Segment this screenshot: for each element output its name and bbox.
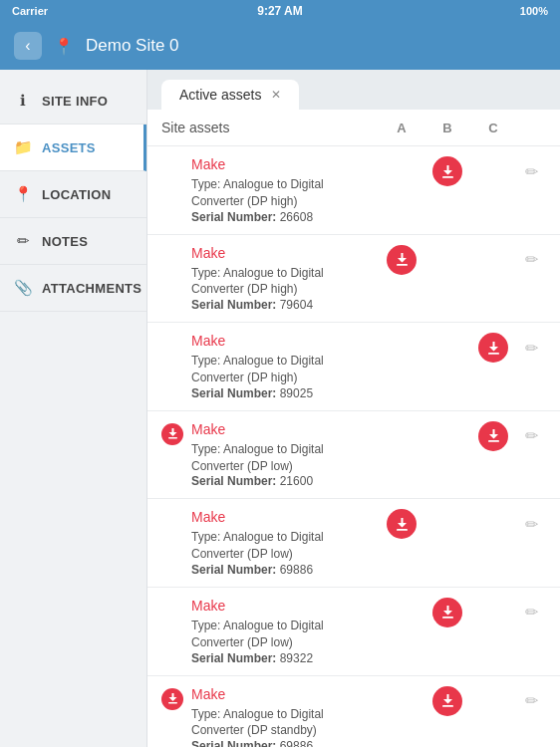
asset-row-left-7 xyxy=(161,686,187,710)
status-bar: Carrier 9:27 AM 100% xyxy=(0,0,560,22)
asset-edit-btn-2[interactable]: ✏ xyxy=(516,250,546,269)
location-icon: 📍 xyxy=(14,185,32,203)
asset-col-b-6 xyxy=(424,598,470,627)
svg-rect-0 xyxy=(442,176,453,178)
sidebar-item-label-site-info: SITE INFO xyxy=(42,94,108,109)
svg-rect-2 xyxy=(488,353,499,355)
asset-make-1[interactable]: Make xyxy=(191,156,379,172)
asset-info-6: MakeType: Analogue to Digital Converter … xyxy=(187,598,379,665)
asset-make-4[interactable]: Make xyxy=(191,421,379,437)
asset-row-left-5 xyxy=(161,509,187,511)
asset-inline-download-icon-4[interactable] xyxy=(161,423,183,445)
asset-row: MakeType: Analogue to Digital Converter … xyxy=(147,411,560,500)
tab-label: Active assets xyxy=(179,87,261,103)
sidebar-item-location[interactable]: 📍LOCATION xyxy=(0,171,146,218)
col-download-btn-b-6[interactable] xyxy=(432,598,462,627)
sidebar-item-label-location: LOCATION xyxy=(42,187,111,202)
svg-rect-3 xyxy=(168,437,177,439)
sidebar-item-notes[interactable]: ✏NOTES xyxy=(0,218,146,265)
asset-info-3: MakeType: Analogue to Digital Converter … xyxy=(187,333,379,400)
col-download-btn-c-4[interactable] xyxy=(478,421,508,451)
asset-info-2: MakeType: Analogue to Digital Converter … xyxy=(187,245,379,313)
asset-edit-btn-6[interactable]: ✏ xyxy=(516,603,546,622)
asset-edit-btn-3[interactable]: ✏ xyxy=(516,339,546,358)
asset-col-b-1 xyxy=(424,156,470,186)
asset-info-1: MakeType: Analogue to Digital Converter … xyxy=(187,156,379,224)
asset-row-left-1 xyxy=(161,156,187,158)
tab-bar: Active assets ✕ xyxy=(147,70,560,110)
col-download-btn-a-5[interactable] xyxy=(387,509,417,539)
asset-make-2[interactable]: Make xyxy=(191,245,379,261)
asset-cols-5: ✏ xyxy=(379,509,546,539)
asset-cols-1: ✏ xyxy=(379,156,546,186)
asset-info-4: MakeType: Analogue to Digital Converter … xyxy=(187,421,379,489)
col-download-btn-b-7[interactable] xyxy=(432,686,462,716)
asset-cols-2: ✏ xyxy=(379,245,546,275)
table-header: Site assets A B C xyxy=(147,110,560,146)
asset-row-left-6 xyxy=(161,598,187,600)
asset-edit-btn-5[interactable]: ✏ xyxy=(516,515,546,534)
asset-serial-2: Serial Number: 79604 xyxy=(191,298,379,312)
asset-info-7: MakeType: Analogue to Digital Converter … xyxy=(187,686,379,747)
asset-make-5[interactable]: Make xyxy=(191,509,379,525)
asset-serial-1: Serial Number: 26608 xyxy=(191,210,379,224)
col-download-btn-a-2[interactable] xyxy=(387,245,417,275)
asset-col-a-5 xyxy=(379,509,424,539)
table-header-title: Site assets xyxy=(161,120,379,135)
svg-rect-1 xyxy=(397,264,408,266)
asset-info-5: MakeType: Analogue to Digital Converter … xyxy=(187,509,379,577)
back-button[interactable]: ‹ xyxy=(14,32,42,60)
attachments-icon: 📎 xyxy=(14,279,32,297)
svg-rect-6 xyxy=(442,617,453,619)
sidebar-item-attachments[interactable]: 📎ATTACHMENTS xyxy=(0,265,146,312)
svg-rect-8 xyxy=(442,705,453,707)
time-label: 9:27 AM xyxy=(257,4,303,18)
asset-edit-btn-1[interactable]: ✏ xyxy=(516,162,546,181)
asset-serial-3: Serial Number: 89025 xyxy=(191,386,379,400)
main-layout: ℹSITE INFO📁ASSETS📍LOCATION✏NOTES📎ATTACHM… xyxy=(0,70,560,747)
asset-cols-7: ✏ xyxy=(379,686,546,716)
asset-serial-5: Serial Number: 69886 xyxy=(191,563,379,577)
asset-row-left-4 xyxy=(161,421,187,445)
sidebar: ℹSITE INFO📁ASSETS📍LOCATION✏NOTES📎ATTACHM… xyxy=(0,70,147,747)
main-content: Active assets ✕ Site assets A B C MakeTy… xyxy=(147,70,560,747)
asset-cols-6: ✏ xyxy=(379,598,546,627)
sidebar-item-assets[interactable]: 📁ASSETS xyxy=(0,124,146,171)
site-info-icon: ℹ xyxy=(14,92,32,110)
asset-row: MakeType: Analogue to Digital Converter … xyxy=(147,146,560,235)
nav-title: Demo Site 0 xyxy=(86,36,179,56)
svg-rect-7 xyxy=(168,702,177,704)
asset-edit-btn-7[interactable]: ✏ xyxy=(516,691,546,710)
asset-make-6[interactable]: Make xyxy=(191,598,379,614)
asset-make-7[interactable]: Make xyxy=(191,686,379,702)
asset-inline-download-icon-7[interactable] xyxy=(161,688,183,710)
asset-serial-7: Serial Number: 69886 xyxy=(191,739,379,747)
location-icon: 📍 xyxy=(54,37,74,56)
tab-active-assets[interactable]: Active assets ✕ xyxy=(161,80,299,110)
asset-serial-6: Serial Number: 89322 xyxy=(191,651,379,665)
asset-make-3[interactable]: Make xyxy=(191,333,379,349)
tab-close-icon[interactable]: ✕ xyxy=(271,88,281,102)
asset-col-b-7 xyxy=(424,686,470,716)
asset-row: MakeType: Analogue to Digital Converter … xyxy=(147,499,560,588)
sidebar-item-label-attachments: ATTACHMENTS xyxy=(42,281,141,296)
notes-icon: ✏ xyxy=(14,232,32,250)
col-download-btn-b-1[interactable] xyxy=(432,156,462,186)
col-download-btn-c-3[interactable] xyxy=(478,333,508,363)
asset-serial-4: Serial Number: 21600 xyxy=(191,474,379,488)
nav-bar: ‹ 📍 Demo Site 0 xyxy=(0,22,560,70)
asset-col-a-2 xyxy=(379,245,424,275)
asset-cols-4: ✏ xyxy=(379,421,546,451)
back-icon: ‹ xyxy=(25,37,30,55)
asset-type-1: Type: Analogue to Digital Converter (DP … xyxy=(191,176,379,210)
asset-edit-btn-4[interactable]: ✏ xyxy=(516,426,546,445)
col-b-header: B xyxy=(424,121,470,135)
sidebar-item-site-info[interactable]: ℹSITE INFO xyxy=(0,78,146,124)
asset-row: MakeType: Analogue to Digital Converter … xyxy=(147,323,560,411)
carrier-label: Carrier xyxy=(12,5,48,17)
asset-row-left-2 xyxy=(161,245,187,247)
asset-row: MakeType: Analogue to Digital Converter … xyxy=(147,676,560,747)
col-c-header: C xyxy=(470,121,516,135)
asset-rows: MakeType: Analogue to Digital Converter … xyxy=(147,146,560,747)
svg-rect-4 xyxy=(488,440,499,442)
